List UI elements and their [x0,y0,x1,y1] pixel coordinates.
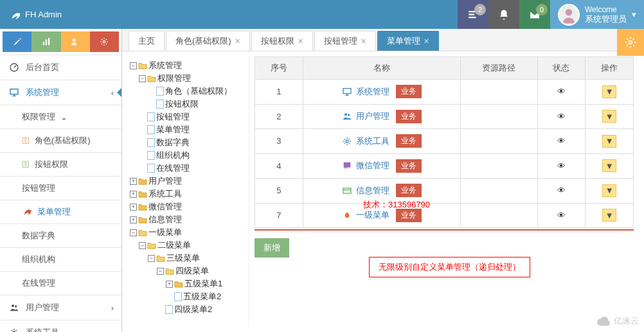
sidebar-sub-4[interactable]: ⚿按钮权限 [0,153,121,177]
tree-node-6[interactable]: 数据字典 [130,136,246,149]
add-button[interactable]: 新增 [255,238,289,258]
tab-3[interactable]: 按钮管理✕ [314,31,376,51]
tree-node-12[interactable]: +信息管理 [130,213,246,226]
eye-icon[interactable]: 👁 [557,87,566,96]
sidebar-sub-6[interactable]: 菜单管理 [0,200,121,224]
menu-table: 序号名称资源路径状态操作 1系统管理业务👁▼2用户管理业务👁▼3系统工具业务👁▼… [255,57,634,228]
eye-icon[interactable]: 👁 [557,112,566,121]
eye-icon[interactable]: 👁 [557,136,566,146]
toggle-icon[interactable]: + [130,191,137,198]
divider [255,229,634,231]
svg-rect-21 [343,189,351,190]
table-row: 2用户管理业务👁▼ [255,104,634,129]
gear-icon [342,136,352,146]
pencil-icon [13,37,22,46]
shortcut-users[interactable] [61,31,90,52]
tag: 业务 [396,159,422,173]
key-icon: ⚿ [22,136,30,145]
table-row: 1系统管理业务👁▼ [255,80,634,105]
tree-node-19[interactable]: 四级菜单2 [130,303,246,316]
tab-2[interactable]: 按钮权限✕ [251,31,313,51]
action-dropdown[interactable]: ▼ [602,85,616,98]
svg-point-17 [344,113,347,116]
sidebar-item-11[interactable]: 系统工具› [0,320,121,332]
tabs-settings[interactable] [617,29,644,56]
toggle-icon[interactable]: + [130,216,137,223]
file-icon [174,292,182,301]
toggle-icon[interactable]: + [166,281,173,288]
notifications-button[interactable] [488,0,519,29]
sidebar-sub-5[interactable]: 按钮管理 [0,177,121,200]
tree-node-16[interactable]: −四级菜单 [130,265,246,277]
close-icon[interactable]: ✕ [424,37,429,46]
shortcut-stats[interactable] [31,31,60,52]
sidebar-item-1[interactable]: 系统管理‹ [0,80,121,105]
toggle-icon[interactable]: − [148,255,155,262]
sidebar-sub-9[interactable]: 在线管理 [0,272,121,295]
sidebar-sub-2[interactable]: 权限管理⌄ [0,105,121,129]
tree-node-4[interactable]: 按钮管理 [130,110,246,123]
folder-icon [138,62,147,69]
desktop-icon [342,87,352,97]
tree-node-13[interactable]: −一级菜单 [130,226,246,239]
action-dropdown[interactable]: ▼ [602,110,616,123]
tree-node-18[interactable]: 五级菜单2 [130,290,246,303]
action-dropdown[interactable]: ▼ [602,209,616,222]
action-dropdown[interactable]: ▼ [602,159,616,172]
svg-point-12 [12,304,14,307]
sidebar-sub-7[interactable]: 数据字典 [0,224,121,248]
sidebar-item-0[interactable]: 后台首页 [0,55,121,80]
file-icon [147,112,155,121]
tab-4[interactable]: 菜单管理✕ [377,31,439,51]
sidebar-item-10[interactable]: 用户管理› [0,295,121,320]
shortcut-edit[interactable] [3,31,31,52]
action-dropdown[interactable]: ▼ [602,135,616,148]
tree-node-15[interactable]: −三级菜单 [130,252,246,265]
toggle-icon[interactable]: − [157,268,164,275]
tree-node-1[interactable]: −权限管理 [130,72,246,85]
action-dropdown[interactable]: ▼ [602,184,616,197]
tree-node-17[interactable]: +五级菜单1 [130,277,246,290]
users-icon [9,302,19,313]
svg-point-4 [566,9,573,16]
eye-icon[interactable]: 👁 [557,211,566,220]
eye-icon[interactable]: 👁 [557,161,566,171]
tree-node-5[interactable]: 菜单管理 [130,123,246,136]
messages-button[interactable]: 0 [519,0,550,29]
cogs-icon [100,37,109,46]
toggle-icon[interactable]: + [130,178,137,185]
sidebar-sub-3[interactable]: ⚿角色(基础权限) [0,129,121,153]
shortcut-settings[interactable] [90,31,119,52]
tree-node-9[interactable]: +用户管理 [130,175,246,188]
tab-1[interactable]: 角色(基础权限)✕ [166,31,250,51]
sidebar-sub-8[interactable]: 组织机构 [0,248,121,272]
caret-down-icon: ▾ [632,10,636,19]
toggle-icon[interactable]: − [139,75,146,82]
toggle-icon[interactable]: − [130,62,137,69]
folder-icon [174,280,183,288]
tree-node-10[interactable]: +系统工具 [130,188,246,200]
close-icon[interactable]: ✕ [235,37,240,46]
tree-node-8[interactable]: 在线管理 [130,162,246,175]
eye-icon[interactable]: 👁 [557,186,566,195]
tree-node-14[interactable]: −二级菜单 [130,239,246,252]
close-icon[interactable]: ✕ [298,37,303,46]
tree-node-7[interactable]: 组织机构 [130,149,246,162]
tree-node-11[interactable]: +微信管理 [130,200,246,213]
file-icon [147,151,155,160]
card-icon [342,186,352,196]
users-icon [342,111,352,121]
tree-node-0[interactable]: −系统管理 [130,59,246,72]
tasks-button[interactable]: 2 [458,0,488,29]
toggle-icon[interactable]: + [130,204,137,211]
gear-icon [624,36,637,49]
toggle-icon[interactable]: − [139,242,146,249]
tree-node-3[interactable]: 按钮权限 [130,98,246,110]
close-icon[interactable]: ✕ [361,37,366,46]
tab-0[interactable]: 主页 [129,31,165,51]
user-menu[interactable]: Welcome 系统管理员 ▾ [550,0,644,29]
toggle-icon[interactable]: − [130,229,137,236]
key-icon: ⚿ [22,160,30,169]
users-icon [71,37,80,46]
tree-node-2[interactable]: 角色（基础权限） [130,85,246,98]
